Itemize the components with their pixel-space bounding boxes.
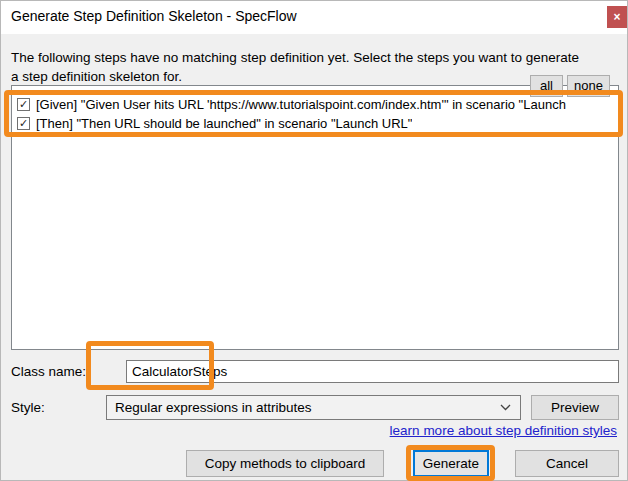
copy-methods-button[interactable]: Copy methods to clipboard <box>186 450 384 477</box>
page-title: Generate Step Definition Skeleton - Spec… <box>11 1 297 34</box>
chevron-down-icon <box>500 404 511 411</box>
title-bar: Generate Step Definition Skeleton - Spec… <box>1 1 627 34</box>
instruction-text: The following steps have no matching ste… <box>11 48 596 86</box>
select-none-button[interactable]: none <box>567 75 610 97</box>
select-all-button[interactable]: all <box>530 75 563 97</box>
style-dropdown[interactable]: Regular expressions in attributes <box>106 395 521 420</box>
check-icon: ✓ <box>19 98 28 110</box>
steps-listbox[interactable]: ✓ [Given] "Given User hits URL 'https://… <box>11 85 619 350</box>
cancel-button[interactable]: Cancel <box>515 450 619 477</box>
style-label: Style: <box>11 400 45 415</box>
generate-button[interactable]: Generate <box>413 450 489 477</box>
instruction-line-1: The following steps have no matching ste… <box>11 48 596 67</box>
dialog-generate-step-definition: Generate Step Definition Skeleton - Spec… <box>0 0 628 481</box>
step-checkbox[interactable]: ✓ <box>17 98 30 111</box>
style-dropdown-value: Regular expressions in attributes <box>115 400 312 415</box>
preview-button[interactable]: Preview <box>531 395 619 420</box>
instruction-line-2: a step definition skeleton for. <box>11 67 596 86</box>
step-label: [Given] "Given User hits URL 'https://ww… <box>36 97 566 112</box>
step-label: [Then] "Then URL should be launched" in … <box>36 116 412 131</box>
class-name-label: Class name: <box>11 364 86 379</box>
close-button[interactable]: × <box>607 6 627 28</box>
step-checkbox[interactable]: ✓ <box>17 117 30 130</box>
list-item[interactable]: ✓ [Given] "Given User hits URL 'https://… <box>12 95 618 114</box>
class-name-input[interactable] <box>126 360 619 383</box>
check-icon: ✓ <box>19 117 28 129</box>
close-icon: × <box>613 10 620 24</box>
learn-more-link[interactable]: learn more about step definition styles <box>390 423 617 438</box>
list-item[interactable]: ✓ [Then] "Then URL should be launched" i… <box>12 114 618 133</box>
